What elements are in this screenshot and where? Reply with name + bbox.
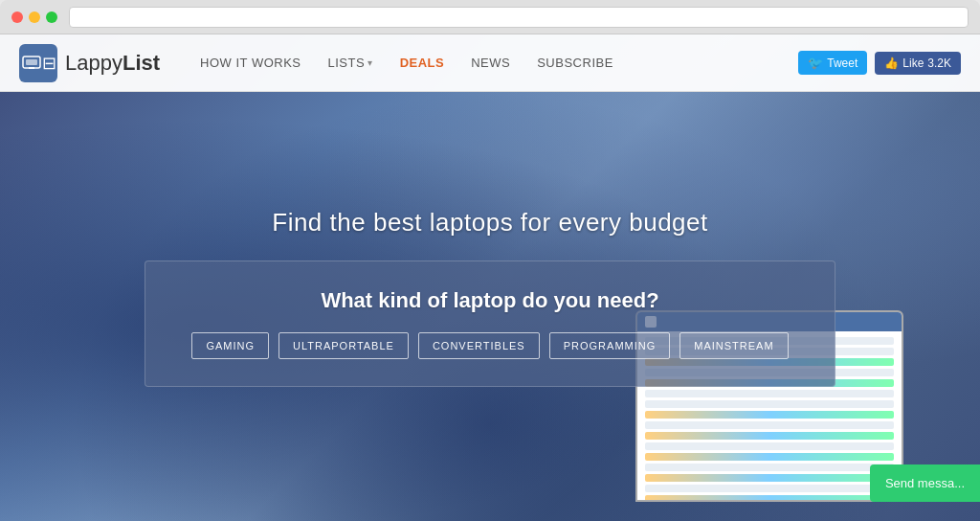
hero-content: Find the best laptops for every budget W… bbox=[0, 92, 980, 521]
category-buttons: GAMING ULTRAPORTABLE CONVERTIBLES PROGRA… bbox=[191, 332, 788, 359]
hero-question: What kind of laptop do you need? bbox=[191, 288, 788, 313]
minimize-button[interactable] bbox=[29, 11, 40, 23]
like-button[interactable]: 👍 Like 3.2K bbox=[875, 52, 961, 75]
category-programming[interactable]: PROGRAMMING bbox=[549, 332, 671, 359]
twitter-icon: 🐦 bbox=[808, 56, 823, 70]
address-bar[interactable] bbox=[69, 7, 969, 28]
logo[interactable]: LappyList bbox=[19, 44, 160, 82]
nav-subscribe[interactable]: SUBSCRIBE bbox=[525, 48, 625, 78]
hero-box: What kind of laptop do you need? GAMING … bbox=[145, 260, 835, 387]
maximize-button[interactable] bbox=[46, 11, 57, 23]
navbar: LappyList HOW IT WORKS LISTS ▾ DEALS NEW… bbox=[0, 34, 980, 92]
lists-dropdown-arrow: ▾ bbox=[368, 57, 373, 68]
nav-links: HOW IT WORKS LISTS ▾ DEALS NEWS SUBSCRIB… bbox=[189, 48, 798, 78]
logo-text: LappyList bbox=[65, 51, 160, 76]
page-wrapper: LappyList HOW IT WORKS LISTS ▾ DEALS NEW… bbox=[0, 34, 980, 521]
traffic-lights bbox=[11, 11, 57, 23]
hero-tagline: Find the best laptops for every budget bbox=[272, 208, 708, 238]
nav-news[interactable]: NEWS bbox=[459, 48, 522, 78]
nav-lists[interactable]: LISTS ▾ bbox=[317, 48, 385, 78]
send-message-button[interactable]: Send messa... bbox=[870, 464, 980, 502]
tweet-button[interactable]: 🐦 Tweet bbox=[798, 51, 867, 75]
browser-chrome bbox=[0, 0, 980, 34]
nav-how-it-works[interactable]: HOW IT WORKS bbox=[189, 48, 312, 78]
category-mainstream[interactable]: MAINSTREAM bbox=[679, 332, 788, 359]
thumbs-up-icon: 👍 bbox=[884, 57, 899, 70]
svg-rect-1 bbox=[26, 59, 37, 65]
category-gaming[interactable]: GAMING bbox=[191, 332, 269, 359]
nav-deals[interactable]: DEALS bbox=[389, 48, 457, 78]
logo-icon bbox=[19, 44, 57, 82]
close-button[interactable] bbox=[11, 11, 23, 23]
category-ultraportable[interactable]: ULTRAPORTABLE bbox=[278, 332, 409, 359]
nav-actions: 🐦 Tweet 👍 Like 3.2K bbox=[798, 51, 961, 75]
category-convertibles[interactable]: CONVERTIBLES bbox=[418, 332, 540, 359]
